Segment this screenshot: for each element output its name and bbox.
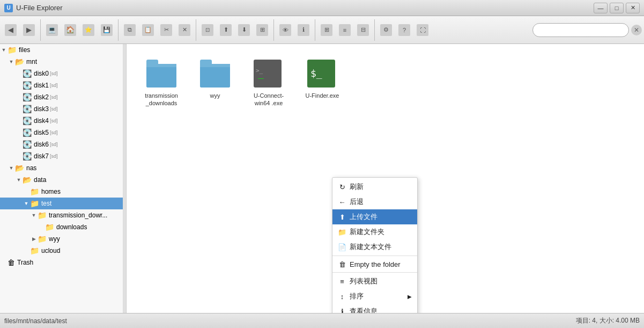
download-button[interactable]: ⬇: [235, 18, 253, 42]
search-input[interactable]: [532, 23, 629, 37]
delete-button[interactable]: ✕: [176, 18, 193, 42]
sidebar-item-disk3[interactable]: 💽disk3[sd]: [0, 103, 123, 115]
close-search-button[interactable]: ✕: [631, 25, 642, 35]
statusbar: files/mnt/nas/data/test 项目: 4, 大小: 4.00 …: [0, 313, 644, 328]
title-bar: U U-File Explorer — □ ✕: [0, 0, 644, 16]
info-button[interactable]: ℹ: [295, 18, 312, 42]
select-all-button[interactable]: ⊡: [199, 18, 216, 42]
sidebar-item-disk7[interactable]: 💽disk7[sd]: [0, 150, 123, 162]
tree-item-icon: 🗑: [8, 258, 15, 267]
tree-item-label: homes: [41, 188, 61, 195]
help-icon: ?: [398, 24, 410, 36]
file-item-icon: [200, 60, 230, 90]
bookmark-button[interactable]: ⭐: [80, 18, 97, 42]
context-menu-separator: [332, 272, 417, 273]
copy-button[interactable]: ⧉: [121, 18, 138, 42]
sidebar-item-disk5[interactable]: 💽disk5[sd]: [0, 127, 123, 139]
file-item[interactable]: wyy: [191, 55, 239, 112]
close-button[interactable]: ✕: [626, 3, 640, 13]
file-item[interactable]: $_ U-Finder.exe: [298, 55, 346, 112]
context-menu-item-icon: ←: [338, 198, 346, 206]
context-menu-item-new-folder[interactable]: 📁新建文件夹: [332, 224, 417, 239]
back-button[interactable]: ◀: [2, 18, 19, 42]
cut-button[interactable]: ✂: [158, 18, 175, 42]
file-item-label: U-Finder.exe: [306, 92, 339, 99]
sidebar-item-homes[interactable]: 📁homes: [0, 186, 123, 198]
context-menu-item-label: 刷新: [350, 182, 364, 192]
sidebar-item-test[interactable]: ▼📁test: [0, 198, 123, 209]
context-menu-item-icon: ↻: [338, 183, 346, 191]
sidebar-scroll-area: ▼📁files▼📂mnt💽disk0[sd]💽disk1[sd]💽disk2[s…: [0, 44, 123, 268]
local-disk-button[interactable]: 💻: [43, 18, 61, 42]
sidebar-item-wyy[interactable]: ▶📁wyy: [0, 233, 123, 245]
tree-item-label: data: [34, 176, 46, 184]
context-menu-item-label: 列表视图: [350, 276, 377, 286]
tree-item-label: files: [19, 46, 30, 54]
sidebar-item-disk0[interactable]: 💽disk0[sd]: [0, 68, 123, 79]
compress-button[interactable]: ⊞: [254, 18, 271, 42]
home-button[interactable]: 🏠: [62, 18, 79, 42]
tree-item-label: disk7: [34, 152, 49, 160]
context-menu-item-label: Empty the folder: [350, 260, 401, 268]
search-bar: ✕: [532, 23, 642, 37]
sidebar-item-disk2[interactable]: 💽disk2[sd]: [0, 91, 123, 103]
view-button[interactable]: 👁: [277, 18, 294, 42]
grid-view-button[interactable]: ⊞: [318, 18, 335, 42]
file-item[interactable]: transmission _downloads: [137, 55, 186, 112]
list-view-button[interactable]: ≡: [336, 18, 353, 42]
tree-item-tag: [sd]: [50, 142, 58, 147]
tree-item-label: test: [41, 200, 51, 207]
tree-item-label: ucloud: [41, 247, 60, 254]
minimize-button[interactable]: —: [594, 3, 608, 13]
tree-item-tag: [sd]: [50, 154, 58, 159]
context-menu-separator: [332, 256, 417, 256]
tree-item-label: mnt: [26, 58, 37, 65]
sidebar-item-mnt[interactable]: ▼📂mnt: [0, 56, 123, 68]
sidebar-item-nas[interactable]: ▼📂nas: [0, 162, 123, 174]
tree-item-icon: 📁: [8, 46, 17, 54]
sidebar-item-disk6[interactable]: 💽disk6[sd]: [0, 139, 123, 150]
tree-item-label: disk6: [34, 141, 49, 148]
context-menu-item-back[interactable]: ←后退: [332, 194, 417, 209]
tree-item-tag: [sd]: [50, 71, 58, 76]
copy-icon: ⧉: [124, 24, 136, 36]
file-item-label: U-Connect-win64 .exe: [247, 92, 290, 107]
sidebar-item-data[interactable]: ▼📂data: [0, 174, 123, 186]
select-all-icon: ⊡: [202, 24, 213, 36]
sidebar-item-disk4[interactable]: 💽disk4[sd]: [0, 115, 123, 127]
file-grid: transmission _downloads wyy _ >_ U-Conne…: [127, 44, 644, 123]
tree-item-icon: 📂: [15, 57, 24, 66]
file-item[interactable]: _ >_ U-Connect-win64 .exe: [245, 55, 293, 112]
sidebar-item-ucloud[interactable]: 📁ucloud: [0, 245, 123, 257]
sidebar-item-trash[interactable]: 🗑Trash: [0, 257, 123, 268]
paste-button[interactable]: 📋: [139, 18, 157, 42]
tree-item-icon: 📂: [23, 176, 32, 184]
forward-button[interactable]: ▶: [20, 18, 38, 42]
context-menu-item-refresh[interactable]: ↻刷新: [332, 179, 417, 194]
tree-item-icon: 💽: [23, 128, 32, 137]
context-menu-item-new-text[interactable]: 📄新建文本文件: [332, 239, 417, 254]
tree-arrow: ▼: [0, 47, 8, 53]
help-button[interactable]: ?: [396, 18, 413, 42]
context-menu-item-sort[interactable]: ↕排序▶: [332, 289, 417, 304]
properties-button[interactable]: ⚙: [377, 18, 395, 42]
svg-rect-7: [200, 64, 230, 67]
sidebar-item-files[interactable]: ▼📁files: [0, 44, 123, 56]
context-menu-item-empty-folder[interactable]: 🗑Empty the folder: [332, 257, 417, 271]
save-button[interactable]: 💾: [98, 18, 115, 42]
sidebar-item-disk1[interactable]: 💽disk1[sd]: [0, 79, 123, 91]
sidebar-item-downloads[interactable]: 📁downloads: [0, 221, 123, 233]
svg-rect-3: [146, 64, 176, 67]
context-menu-item-list-view[interactable]: ≡列表视图: [332, 274, 417, 289]
status-info: 项目: 4, 大小: 4.00 MB: [576, 316, 640, 325]
tree-item-label: disk1: [34, 82, 49, 89]
context-menu-item-upload[interactable]: ⬆上传文件: [332, 209, 417, 224]
maximize-button[interactable]: □: [610, 3, 624, 13]
context-menu-item-info[interactable]: ℹ查看信息: [332, 304, 417, 313]
upload-button[interactable]: ⬆: [217, 18, 234, 42]
sidebar-item-transmission_downloads[interactable]: ▼📁transmission_dowr...: [0, 209, 123, 221]
context-menu-item-icon: 📁: [338, 228, 346, 236]
column-view-button[interactable]: ⊟: [354, 18, 372, 42]
context-menu-item-label: 排序: [350, 291, 364, 301]
fullscreen-button[interactable]: ⛶: [414, 18, 431, 42]
